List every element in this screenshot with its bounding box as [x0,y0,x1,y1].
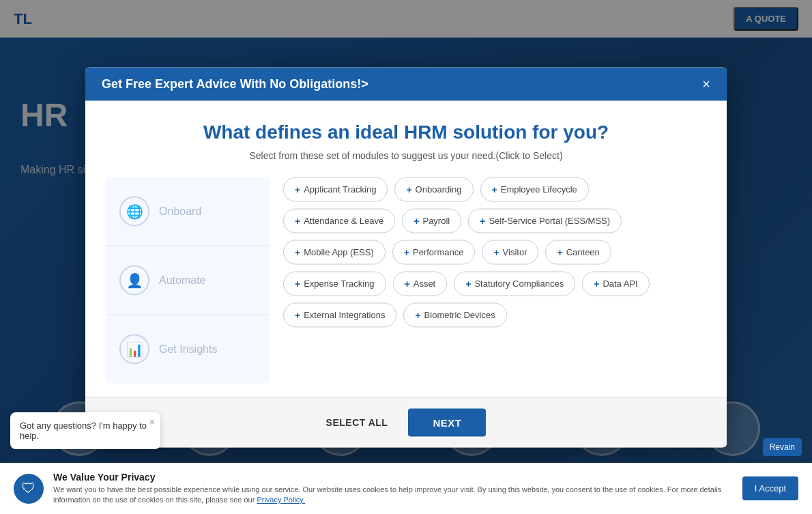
modal-content-area: 🌐 Onboard 👤 Automate 📊 Get Insights + [106,177,706,383]
modal-close-button[interactable]: × [702,77,710,91]
chip-label: Onboarding [416,184,462,195]
left-panel-item-onboard: 🌐 Onboard [106,177,270,246]
chip-plus-icon: + [465,278,471,289]
chat-close-button[interactable]: × [149,416,155,427]
next-button[interactable]: NEXT [408,408,486,436]
onboard-icon: 🌐 [119,196,149,226]
chip-plus-icon: + [480,215,485,226]
modal-body: What defines an ideal HRM solution for y… [85,100,727,397]
privacy-text-area: We Value Your Privacy We want you to hav… [53,472,733,506]
insights-icon: 📊 [119,334,149,364]
chip-label: Self-Service Portal (ESS/MSS) [489,216,610,226]
chip-data-api[interactable]: + Data API [582,271,650,296]
chip-expense-tracking[interactable]: + Expense Tracking [283,271,386,296]
chip-label: Visitor [503,247,527,257]
chip-asset[interactable]: + Asset [393,271,448,296]
privacy-shield-icon: 🛡 [14,474,44,504]
chip-statutory-compliances[interactable]: + Statutory Compliances [454,271,575,296]
chip-onboarding[interactable]: + Onboarding [394,177,473,201]
chip-label: Statutory Compliances [474,279,564,289]
chip-label: Asset [414,279,436,289]
chip-plus-icon: + [415,309,420,320]
chip-plus-icon: + [594,278,599,289]
chip-label: Biometric Devices [424,310,495,320]
chip-label: Applicant Tracking [304,184,376,195]
left-panel: 🌐 Onboard 👤 Automate 📊 Get Insights [106,177,270,383]
chip-plus-icon: + [295,246,300,257]
modal-footer: SELECT ALL NEXT [85,397,727,447]
modal-header: Get Free Expert Advice With No Obligatio… [85,67,727,100]
chip-label: Expense Tracking [304,279,374,289]
chip-plus-icon: + [295,278,300,289]
chip-self-service-portal[interactable]: + Self-Service Portal (ESS/MSS) [468,208,622,233]
chips-grid: + Applicant Tracking + Onboarding + Empl… [283,177,706,327]
chip-employee-lifecycle[interactable]: + Employee Lifecycle [480,177,589,201]
left-panel-item-insights: 📊 Get Insights [106,315,270,383]
left-panel-label-onboard: Onboard [159,205,201,217]
chip-plus-icon: + [414,215,419,226]
chip-plus-icon: + [295,309,300,320]
privacy-body-text: We want you to have the best possible ex… [53,485,721,504]
chip-label: Employee Lifecycle [501,184,577,195]
chip-label: Payroll [422,216,450,226]
revain-badge: Revain [763,438,802,456]
modal-header-title: Get Free Expert Advice With No Obligatio… [102,76,368,91]
chip-plus-icon: + [405,278,410,289]
left-panel-label-automate: Automate [159,274,205,286]
chip-label: Performance [413,247,463,257]
chip-plus-icon: + [295,184,300,195]
privacy-bar: 🛡 We Value Your Privacy We want you to h… [0,463,812,514]
left-panel-item-automate: 👤 Automate [106,246,270,315]
modal: Get Free Expert Advice With No Obligatio… [85,67,727,447]
chip-plus-icon: + [406,184,411,195]
modal-main-title: What defines an ideal HRM solution for y… [106,121,706,143]
chip-plus-icon: + [557,246,562,257]
chip-label: External Integrations [304,310,385,320]
select-all-button[interactable]: SELECT ALL [326,417,388,428]
chip-applicant-tracking[interactable]: + Applicant Tracking [283,177,388,201]
chip-payroll[interactable]: + Payroll [402,208,461,233]
privacy-body: We want you to have the best possible ex… [53,485,733,506]
modal-subtitle: Select from these set of modules to sugg… [106,149,706,160]
chip-visitor[interactable]: + Visitor [482,240,538,264]
chip-plus-icon: + [404,246,409,257]
chip-performance[interactable]: + Performance [392,240,476,264]
chip-plus-icon: + [492,184,497,195]
chip-label: Data API [603,279,637,289]
chat-bubble: × Got any questions? I'm happy to help. [10,412,160,449]
chip-label: Canteen [566,247,600,257]
privacy-policy-link[interactable]: Privacy Policy. [257,496,305,504]
revain-label: Revain [770,442,795,452]
automate-icon: 👤 [119,265,149,295]
left-panel-label-insights: Get Insights [159,343,217,355]
chip-mobile-app[interactable]: + Mobile App (ESS) [283,240,386,264]
chip-attendance-leave[interactable]: + Attendance & Leave [283,208,395,233]
chip-plus-icon: + [295,215,300,226]
chat-bubble-text: Got any questions? I'm happy to help. [20,420,147,441]
chip-plus-icon: + [493,246,499,257]
chip-canteen[interactable]: + Canteen [545,240,611,264]
privacy-accept-button[interactable]: I Accept [742,476,798,500]
chip-label: Mobile App (ESS) [304,247,374,257]
privacy-title: We Value Your Privacy [53,472,733,483]
chip-biometric-devices[interactable]: + Biometric Devices [403,302,506,327]
chip-external-integrations[interactable]: + External Integrations [283,302,396,327]
chip-label: Attendance & Leave [304,216,383,226]
right-panel: + Applicant Tracking + Onboarding + Empl… [283,177,706,383]
